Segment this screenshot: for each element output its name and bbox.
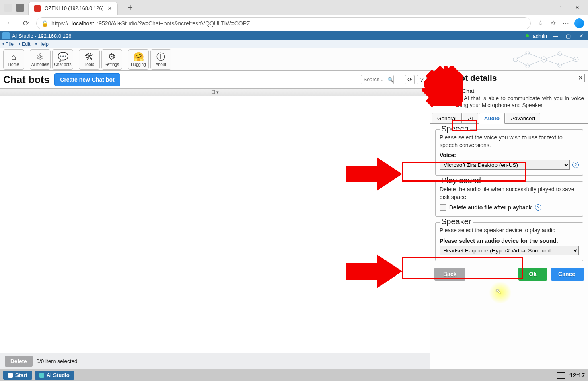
app-close-button[interactable]: ✕ — [577, 32, 586, 39]
browser-tab-strip: OZEKI 10 (192.168.0.126) × + — ▢ ✕ — [0, 0, 588, 15]
main-area: Chat bots Create new Chat bot 🔍 ⟳ ? ☐ ▾ … — [0, 71, 588, 369]
svg-line-9 — [528, 53, 544, 59]
delete-audio-help-icon[interactable]: ? — [535, 204, 541, 211]
lock-icon: 🔒 — [41, 20, 48, 27]
toolbar-ai-models-button[interactable]: ⚛AI models — [30, 49, 51, 70]
annotation-highlight-box — [452, 120, 477, 131]
list-footer: Delete 0/0 item selected — [0, 353, 430, 369]
voice-help-icon[interactable]: ? — [572, 162, 579, 168]
url-domain: localhost — [72, 20, 94, 27]
search-icon[interactable]: 🔍 — [387, 77, 394, 83]
gear-icon: ⚙ — [108, 52, 116, 62]
chat-icon: 💬 — [58, 52, 68, 62]
decorative-network-art — [500, 48, 588, 71]
more-icon[interactable]: ⋯ — [561, 19, 570, 28]
ai-studio-icon — [39, 373, 44, 378]
svg-line-13 — [560, 54, 576, 59]
speaker-select[interactable]: Headset Earphone (HyperX Virtual Surroun… — [440, 246, 579, 255]
menu-file[interactable]: File — [2, 41, 14, 47]
svg-line-14 — [560, 59, 576, 65]
delete-audio-checkbox[interactable] — [440, 204, 446, 211]
taskbar-start-button[interactable]: Start — [3, 371, 32, 380]
playsound-fieldset: Play sound Delete the audio file when su… — [435, 181, 583, 217]
new-tab-button[interactable]: + — [127, 2, 133, 13]
app-maximize-button[interactable]: ▢ — [564, 32, 573, 39]
annotation-arrow-icon — [424, 66, 469, 115]
tab-advanced[interactable]: Advanced — [506, 113, 540, 124]
menu-help[interactable]: Help — [35, 41, 49, 47]
workspaces-icon[interactable] — [16, 4, 24, 12]
delete-audio-label: Delete audio file after playback — [449, 204, 532, 211]
left-header: Chat bots Create new Chat bot 🔍 ⟳ ? — [0, 71, 430, 89]
speaker-label: Please select an audio device for the so… — [440, 238, 579, 244]
svg-line-10 — [528, 59, 544, 66]
address-bar: ← ⟳ 🔒 https://localhost:9520/AI+Studio/?… — [0, 15, 588, 31]
toolbar-about-button[interactable]: ⓘAbout — [150, 49, 171, 70]
details-close-button[interactable]: ✕ — [576, 74, 585, 82]
svg-line-12 — [544, 59, 560, 65]
profile-icon[interactable] — [4, 4, 12, 12]
speech-desc: Please select the voice you wish to use … — [440, 134, 579, 149]
taskbar-ai-studio-button[interactable]: AI Studio — [35, 371, 74, 380]
list-column-toggle[interactable]: ☐ ▾ — [0, 89, 430, 96]
favorites-icon[interactable]: ✩ — [549, 19, 557, 28]
details-pane: Chat bot details ✕ 🗣 AI Chat An AI that … — [430, 71, 588, 369]
delete-button[interactable]: Delete — [5, 356, 33, 367]
window-maximize-button[interactable]: ▢ — [551, 2, 566, 14]
toolbar-home-button[interactable]: ⌂Home — [3, 49, 24, 70]
browser-tab[interactable]: OZEKI 10 (192.168.0.126) × — [28, 2, 118, 15]
url-field[interactable]: 🔒 https://localhost:9520/AI+Studio/?a=Ch… — [36, 17, 531, 29]
status-dot-icon — [526, 34, 529, 37]
svg-marker-17 — [424, 66, 469, 115]
app-user[interactable]: admin — [533, 33, 547, 39]
keyboard-icon[interactable] — [557, 372, 565, 379]
tab-audio[interactable]: Audio — [479, 113, 505, 124]
main-left-pane: Chat bots Create new Chat bot 🔍 ⟳ ? ☐ ▾ … — [0, 71, 430, 369]
tab-close-icon[interactable]: × — [108, 4, 112, 13]
edge-copilot-icon[interactable] — [574, 18, 584, 28]
tools-icon: 🛠 — [85, 52, 94, 62]
taskbar: Start AI Studio 12:17 — [0, 369, 588, 381]
menu-edit[interactable]: Edit — [19, 41, 30, 47]
speaker-legend: Speaker — [440, 217, 473, 226]
playsound-desc: Delete the audio file when successfully … — [440, 186, 579, 201]
hug-icon: 🤗 — [133, 52, 144, 62]
svg-marker-18 — [346, 157, 402, 191]
selection-count: 0/0 item selected — [37, 358, 78, 364]
nav-back-button[interactable]: ← — [4, 18, 15, 29]
speaker-fieldset: Speaker Please select the speaker device… — [435, 222, 583, 261]
window-close-button[interactable]: ✕ — [569, 2, 585, 14]
tab-title: OZEKI 10 (192.168.0.126) — [45, 6, 104, 11]
cursor-icon: ↖ — [495, 287, 502, 296]
create-chat-bot-button[interactable]: Create new Chat bot — [54, 73, 120, 86]
audio-panel: Speech Please select the voice you wish … — [430, 124, 588, 261]
nav-refresh-button[interactable]: ⟳ — [20, 18, 31, 29]
start-icon — [8, 373, 13, 378]
star-icon[interactable]: ☆ — [536, 19, 545, 28]
toolbar-chat-bots-button[interactable]: 💬Chat bots — [52, 49, 73, 70]
menu-bar: File Edit Help — [0, 40, 588, 48]
toolbar: ⌂Home ⚛AI models 💬Chat bots 🛠Tools ⚙Sett… — [0, 48, 588, 71]
toolbar-settings-button[interactable]: ⚙Settings — [101, 49, 122, 70]
refresh-button[interactable]: ⟳ — [405, 75, 415, 84]
voice-label: Voice: — [440, 152, 579, 158]
cancel-button[interactable]: Cancel — [551, 268, 584, 281]
annotation-arrow-icon — [346, 156, 402, 192]
toolbar-tools-button[interactable]: 🛠Tools — [79, 49, 100, 70]
url-prefix: https:// — [51, 20, 68, 27]
svg-line-8 — [516, 59, 528, 66]
speaker-desc: Please select the speaker device to play… — [440, 227, 579, 234]
info-icon: ⓘ — [156, 52, 165, 62]
window-minimize-button[interactable]: — — [532, 2, 548, 14]
app-minimize-button[interactable]: — — [551, 32, 560, 39]
app-logo-icon — [2, 32, 10, 39]
desc-body: An AI that is able to communicate with y… — [455, 95, 584, 109]
toolbar-hugging-button[interactable]: 🤗Hugging — [128, 49, 149, 70]
desc-heading: AI Chat — [455, 88, 584, 95]
url-rest: :9520/AI+Studio/?a=Chat+bots&ncrefreshVQ… — [97, 20, 250, 27]
ai-models-icon: ⚛ — [36, 52, 44, 62]
tab-favicon-icon — [34, 5, 41, 12]
svg-marker-19 — [346, 254, 402, 288]
svg-line-11 — [544, 54, 560, 59]
chat-bot-list — [0, 96, 430, 369]
